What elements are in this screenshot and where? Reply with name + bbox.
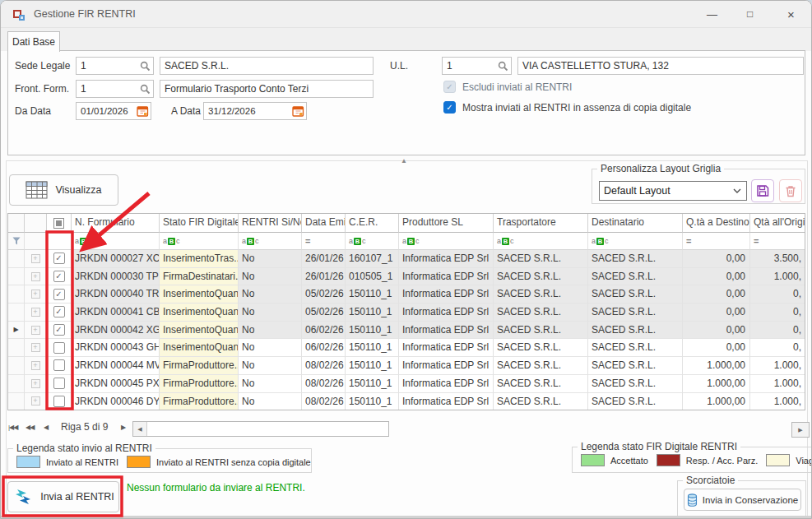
grid-cell[interactable]: JRKDN 000044 MV	[72, 357, 160, 375]
grid-cell[interactable]: FirmaDestinatari...	[160, 268, 239, 286]
grid-cell[interactable]: SACED S.R.L.	[494, 268, 588, 286]
filter-cell[interactable]: aBc	[239, 233, 302, 250]
grid-cell[interactable]: Informatica EDP Srl	[399, 322, 494, 340]
grid-cell[interactable]: SACED S.R.L.	[494, 393, 588, 411]
search-icon[interactable]	[494, 61, 511, 72]
grid-cell[interactable]: InserimentoQuan...	[160, 304, 239, 322]
horizontal-scrollbar[interactable]: ◀	[132, 421, 389, 437]
grid-cell[interactable]: 0,00	[683, 250, 750, 268]
tab-dati-base[interactable]: Dati Base	[7, 31, 60, 52]
visualizza-button[interactable]: Visualizza	[9, 174, 118, 206]
expand-icon[interactable]: +	[31, 272, 40, 281]
expand-cell[interactable]: +	[25, 357, 47, 375]
filter-cell[interactable]: aBc	[160, 233, 239, 250]
grid-cell[interactable]: JRKDN 000046 DY	[72, 393, 160, 411]
expand-icon[interactable]: +	[31, 343, 40, 352]
table-row[interactable]: +✓JRKDN 000041 CBInserimentoQuan...No05/…	[8, 304, 805, 322]
grid-cell[interactable]: InserimentoTras...	[160, 250, 239, 268]
grid-cell[interactable]: SACED S.R.L.	[494, 322, 588, 340]
grid-cell[interactable]: 1.000,00	[683, 375, 750, 393]
expand-cell[interactable]: +	[25, 268, 47, 286]
grid-cell[interactable]: 150110_1	[346, 304, 399, 322]
grid-cell[interactable]: FirmaProduttore...	[160, 357, 239, 375]
filter-cell[interactable]: =	[750, 233, 805, 250]
grid-cell[interactable]: SACED S.R.L.	[494, 375, 588, 393]
grid-cell[interactable]: 0,	[750, 304, 805, 322]
grid-cell[interactable]: 1.000,00	[683, 357, 750, 375]
grid-cell[interactable]: 0,00	[683, 322, 750, 340]
da-data-input[interactable]: 01/01/2026	[76, 102, 151, 120]
grid-cell[interactable]: FirmaProduttore...	[160, 393, 239, 411]
calendar-icon[interactable]	[290, 105, 306, 117]
grid-cell[interactable]: Informatica EDP Srl	[399, 339, 494, 357]
grid-cell[interactable]: Informatica EDP Srl	[399, 268, 494, 286]
grid-cell[interactable]: No	[239, 322, 302, 340]
expand-icon[interactable]: +	[31, 379, 40, 388]
grid-cell[interactable]: 05/02/26	[302, 285, 346, 304]
invia-al-rentri-button[interactable]: Invia al RENTRI	[7, 481, 119, 512]
column-header[interactable]: Data Emi.	[302, 214, 346, 233]
grid-cell[interactable]: JRKDN 000045 PX	[72, 375, 160, 393]
grid-cell[interactable]: No	[239, 268, 302, 286]
grid-cell[interactable]: 08/02/26	[302, 357, 346, 375]
filter-cell[interactable]: aBc	[588, 233, 683, 250]
grid-cell[interactable]: 150110_1	[346, 322, 399, 340]
filter-cell[interactable]: aBc	[72, 233, 160, 250]
grid-cell[interactable]: 0,00	[683, 268, 750, 286]
grid-cell[interactable]: SACED S.R.L.	[494, 304, 588, 322]
grid-cell[interactable]: 150110_1	[346, 285, 399, 304]
grid-cell[interactable]: 1.000,00	[683, 393, 750, 411]
expand-icon[interactable]: +	[31, 326, 40, 335]
grid-cell[interactable]: 1.000,	[750, 357, 805, 375]
expand-cell[interactable]: +	[25, 322, 47, 340]
scroll-left-icon[interactable]: ◀	[133, 422, 147, 436]
row-checkbox[interactable]	[53, 342, 65, 354]
grid-cell[interactable]: JRKDN 000043 GH	[72, 339, 160, 357]
grid-cell[interactable]: 0,00	[683, 339, 750, 357]
grid-cell[interactable]: 05/02/26	[302, 304, 346, 322]
table-row[interactable]: +JRKDN 000043 GHInserimentoQuan...No06/0…	[8, 339, 805, 357]
grid-cell[interactable]: JRKDN 000042 XG	[72, 322, 160, 340]
select-all-checkbox[interactable]	[53, 218, 64, 229]
grid-cell[interactable]: SACED S.R.L.	[588, 250, 683, 268]
grid-cell[interactable]: 0,00	[683, 285, 750, 304]
filter-cell[interactable]: =	[683, 233, 750, 250]
grid-cell[interactable]: 150110_1	[346, 393, 399, 411]
grid-cell[interactable]: No	[239, 375, 302, 393]
grid-cell[interactable]: 150110_1	[346, 375, 399, 393]
row-checkbox[interactable]: ✓	[53, 306, 65, 317]
grid-cell[interactable]: No	[239, 393, 302, 411]
calendar-icon[interactable]	[134, 105, 151, 117]
grid-cell[interactable]: SACED S.R.L.	[494, 339, 588, 357]
column-header[interactable]: Q.tà a Destino	[683, 214, 750, 233]
checkbox-cell[interactable]	[47, 357, 72, 375]
invia-in-conservazione-button[interactable]: Invia in Conservazione	[684, 489, 801, 511]
grid-cell[interactable]: No	[239, 339, 302, 357]
grid-cell[interactable]: 150110_1	[346, 339, 399, 357]
column-header[interactable]: N. Formulario	[72, 214, 160, 233]
close-button[interactable]: ×	[773, 1, 810, 28]
grid-cell[interactable]: 160107_1	[346, 250, 399, 268]
grid-cell[interactable]: 1.000,	[750, 268, 805, 286]
grid-cell[interactable]: Informatica EDP Srl	[399, 285, 494, 304]
grid-cell[interactable]: InserimentoQuan...	[160, 339, 239, 357]
expand-icon[interactable]: +	[31, 254, 40, 263]
checkbox-column-header[interactable]	[47, 214, 72, 233]
table-row[interactable]: +✓JRKDN 000040 TRInserimentoQuan...No05/…	[8, 285, 805, 304]
column-header[interactable]: C.E.R.	[346, 214, 399, 233]
column-header[interactable]: Trasportatore	[494, 214, 588, 233]
grid-cell[interactable]: SACED S.R.L.	[588, 375, 683, 393]
grid-cell[interactable]: No	[239, 304, 302, 322]
grid-cell[interactable]: 26/01/26	[302, 268, 346, 286]
pager-next-button[interactable]: ▶	[121, 424, 125, 431]
expand-cell[interactable]: +	[25, 304, 47, 322]
expand-cell[interactable]: +	[25, 393, 47, 411]
expand-icon[interactable]: +	[31, 290, 40, 299]
pager-rewind-button[interactable]: ◀◀	[26, 424, 34, 431]
grid-cell[interactable]: SACED S.R.L.	[494, 357, 588, 375]
checkbox-cell[interactable]: ✓	[47, 304, 72, 322]
grid-cell[interactable]: JRKDN 000030 TP	[72, 268, 160, 286]
expand-cell[interactable]: +	[25, 375, 47, 393]
grid-cell[interactable]: FirmaProduttore...	[160, 375, 239, 393]
grid-cell[interactable]: SACED S.R.L.	[588, 285, 683, 304]
